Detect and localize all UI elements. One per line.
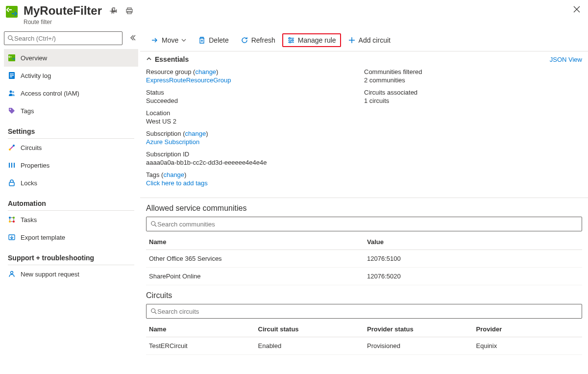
- tasks-icon: [8, 216, 16, 224]
- add-circuit-button[interactable]: Add circuit: [343, 33, 395, 47]
- essentials-toggle[interactable]: Essentials: [146, 55, 189, 63]
- table-row[interactable]: TestERCircuitEnabledProvisionedEquinix: [146, 337, 582, 355]
- table-row[interactable]: Other Office 365 Services12076:5100: [146, 250, 582, 268]
- cell-value: 12076:5020: [364, 268, 582, 285]
- sidebar-item-overview[interactable]: Overview: [4, 49, 138, 67]
- svg-point-13: [9, 149, 11, 150]
- circuits-search[interactable]: [146, 304, 582, 319]
- subscription-change-link[interactable]: change: [185, 130, 206, 137]
- resource-group-label: Resource group (change): [146, 68, 364, 75]
- sidebar-item-label: Activity log: [21, 72, 51, 79]
- print-icon[interactable]: [125, 7, 133, 15]
- cell-provider: Equinix: [473, 337, 583, 355]
- subscription-id-value: aaaa0a0a-bb1b-cc2c-dd3d-eeeeee4e4e4e: [146, 159, 364, 166]
- circuits-search-input[interactable]: [157, 308, 578, 315]
- col-provider: Provider: [473, 322, 583, 337]
- resource-type-icon: [4, 4, 20, 20]
- sidebar-item-activity-log[interactable]: Activity log: [4, 67, 138, 84]
- sidebar-item-export-template[interactable]: Export template: [4, 228, 138, 246]
- col-provider-status: Provider status: [364, 322, 473, 337]
- tags-icon: [8, 107, 16, 115]
- col-name: Name: [146, 234, 364, 250]
- svg-point-11: [12, 91, 14, 93]
- page-subtitle: Route filter: [24, 19, 102, 25]
- circuits-associated-label: Circuits associated: [364, 89, 582, 96]
- circuits-title: Circuits: [146, 291, 582, 300]
- sidebar-item-new-support-request[interactable]: New support request: [4, 265, 138, 283]
- svg-point-29: [151, 309, 155, 313]
- svg-rect-9: [10, 76, 12, 77]
- resource-group-change-link[interactable]: change: [195, 68, 216, 75]
- refresh-button[interactable]: Refresh: [236, 33, 280, 47]
- close-button[interactable]: [573, 6, 580, 15]
- svg-rect-0: [6, 6, 18, 18]
- svg-point-21: [9, 221, 11, 223]
- pin-icon[interactable]: [110, 7, 118, 15]
- sidebar: OverviewActivity logAccess control (IAM)…: [0, 29, 140, 374]
- page-header: MyRouteFilter Route filter: [0, 0, 588, 29]
- chevron-down-icon: [181, 38, 186, 43]
- json-view-link[interactable]: JSON View: [550, 56, 582, 63]
- refresh-icon: [241, 36, 248, 44]
- essentials-panel: Resource group (change) ExpressRouteReso…: [140, 65, 588, 198]
- main-content: Move Delete Refresh Manage rule A: [140, 29, 588, 374]
- search-icon: [150, 308, 157, 315]
- sidebar-item-properties[interactable]: Properties: [4, 156, 138, 174]
- arrow-right-icon: [151, 36, 159, 44]
- svg-rect-5: [8, 54, 15, 61]
- table-row[interactable]: SharePoint Online12076:5020: [146, 268, 582, 285]
- svg-point-10: [10, 91, 12, 93]
- tags-change-link[interactable]: change: [163, 171, 184, 178]
- subscription-value-link[interactable]: Azure Subscription: [146, 138, 199, 146]
- svg-rect-8: [10, 75, 14, 76]
- move-button[interactable]: Move: [146, 33, 191, 47]
- circuits-icon: [8, 144, 16, 151]
- sidebar-section-title: Support + troubleshooting: [4, 246, 138, 265]
- svg-point-12: [10, 109, 11, 110]
- tags-add-link[interactable]: Click here to add tags: [146, 179, 208, 187]
- delete-button[interactable]: Delete: [193, 33, 233, 47]
- properties-icon: [8, 161, 16, 169]
- trash-icon: [198, 36, 206, 44]
- sidebar-item-access-control-iam-[interactable]: Access control (IAM): [4, 84, 138, 102]
- status-label: Status: [146, 89, 364, 96]
- svg-point-25: [289, 38, 290, 39]
- manage-rule-button[interactable]: Manage rule: [282, 33, 341, 47]
- resource-group-value-link[interactable]: ExpressRouteResourceGroup: [146, 76, 231, 84]
- sidebar-item-label: Tags: [21, 107, 34, 115]
- svg-rect-15: [9, 163, 10, 168]
- sidebar-item-label: Access control (IAM): [21, 90, 79, 97]
- circuits-associated-value: 1 circuits: [364, 97, 582, 104]
- sidebar-item-tags[interactable]: Tags: [4, 102, 138, 120]
- svg-rect-18: [9, 182, 14, 186]
- sidebar-item-label: Circuits: [21, 144, 42, 151]
- communities-search-input[interactable]: [157, 221, 578, 228]
- svg-rect-7: [10, 74, 14, 75]
- sidebar-search-input[interactable]: [14, 35, 119, 42]
- cell-name: Other Office 365 Services: [146, 250, 364, 268]
- sidebar-search[interactable]: [4, 31, 122, 45]
- sidebar-item-label: Locks: [21, 179, 37, 187]
- support-icon: [8, 270, 16, 278]
- sidebar-item-locks[interactable]: Locks: [4, 174, 138, 192]
- toolbar: Move Delete Refresh Manage rule A: [140, 29, 588, 51]
- page-title: MyRouteFilter: [24, 4, 102, 18]
- search-icon: [7, 35, 14, 42]
- sidebar-item-tasks[interactable]: Tasks: [4, 211, 138, 228]
- svg-point-28: [151, 222, 155, 225]
- communities-search[interactable]: [146, 217, 582, 231]
- activity-log-icon: [8, 72, 16, 79]
- svg-point-20: [13, 217, 15, 219]
- col-value: Value: [364, 234, 582, 250]
- plus-icon: [348, 36, 356, 44]
- svg-point-27: [289, 42, 291, 43]
- location-label: Location: [146, 109, 364, 117]
- sidebar-item-label: Export template: [21, 234, 65, 241]
- collapse-sidebar-button[interactable]: [127, 32, 138, 45]
- col-status: Circuit status: [255, 322, 365, 337]
- sidebar-section-title: Settings: [4, 120, 138, 138]
- sidebar-item-circuits[interactable]: Circuits: [4, 139, 138, 156]
- sidebar-section-title: Automation: [4, 192, 138, 210]
- circuits-table: Name Circuit status Provider status Prov…: [146, 322, 582, 355]
- status-value: Succeeded: [146, 97, 364, 104]
